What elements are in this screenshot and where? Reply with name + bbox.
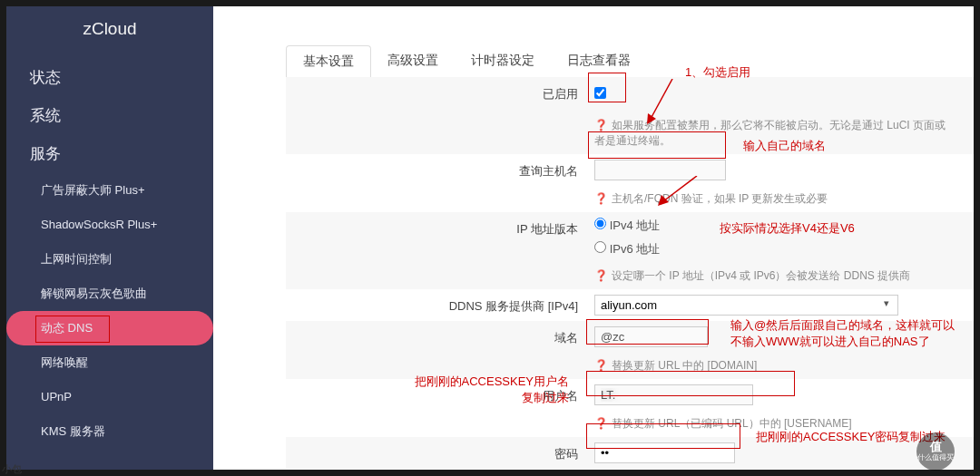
label-username: 用户名 [286, 384, 594, 404]
sidebar-item-timecontrol[interactable]: 上网时间控制 [6, 242, 213, 277]
help-icon: ❓ [594, 192, 608, 205]
radio-ipv6-label: IPv6 地址 [610, 242, 661, 256]
tab-basic[interactable]: 基本设置 [286, 45, 371, 78]
sidebar-item-ddns[interactable]: 动态 DNS [6, 311, 213, 345]
input-username[interactable] [594, 384, 753, 405]
label-provider: DDNS 服务提供商 [IPv4] [286, 295, 594, 315]
select-provider[interactable]: aliyun.com [594, 295, 898, 316]
label-password: 密码 [286, 442, 594, 462]
help-icon: ❓ [594, 269, 608, 282]
checkbox-enabled[interactable] [594, 87, 606, 99]
help-icon: ❓ [594, 417, 608, 430]
hint-enabled: 如果服务配置被禁用，那么它将不能被启动。无论是通过 LuCI 页面或者是通过终端… [594, 119, 946, 147]
tabs: 基本设置 高级设置 计时器设定 日志查看器 [286, 44, 965, 78]
hint-domain: 替换更新 URL 中的 [DOMAIN] [612, 359, 757, 372]
form: 已启用 ❓如果服务配置被禁用，那么它将不能被启动。无论是通过 LuCI 页面或者… [286, 77, 974, 470]
sidebar-cat-services[interactable]: 服务 [6, 135, 213, 173]
sidebar-item-kms[interactable]: KMS 服务器 [6, 414, 213, 449]
input-domain[interactable] [594, 326, 708, 347]
radio-ipv4[interactable] [594, 218, 606, 229]
sidebar-item-adblock[interactable]: 广告屏蔽大师 Plus+ [6, 173, 213, 208]
label-enabled: 已启用 [286, 83, 594, 102]
hint-ipver: 设定哪一个 IP 地址（IPv4 或 IPv6）会被发送给 DDNS 提供商 [612, 269, 910, 282]
sidebar-item-unblockmusic[interactable]: 解锁网易云灰色歌曲 [6, 277, 213, 311]
tab-timer[interactable]: 计时器设定 [455, 45, 551, 76]
radio-ipv4-label: IPv4 地址 [610, 219, 661, 232]
sidebar-item-upnp[interactable]: UPnP [6, 380, 213, 414]
tab-log[interactable]: 日志查看器 [551, 45, 647, 76]
sidebar-item-ssr[interactable]: ShadowSocksR Plus+ [6, 208, 213, 242]
label-lookup: 查询主机名 [286, 160, 594, 180]
radio-ipv6[interactable] [594, 241, 606, 253]
footnote: 小包 [2, 462, 22, 476]
input-password[interactable] [594, 442, 735, 463]
sidebar-cat-status[interactable]: 状态 [6, 59, 213, 97]
hint-username: 替换更新 URL（已编码 URL）中的 [USERNAME] [612, 417, 852, 430]
sidebar-item-wol[interactable]: 网络唤醒 [6, 345, 213, 380]
label-domain: 域名 [286, 326, 594, 346]
watermark-badge: 值 什么值得买 [916, 432, 955, 471]
sidebar: zCloud 状态 系统 服务 广告屏蔽大师 Plus+ ShadowSocks… [6, 6, 213, 470]
hint-lookup: 主机名/FQDN 验证，如果 IP 更新发生或必要 [612, 192, 828, 205]
tab-advanced[interactable]: 高级设置 [371, 45, 455, 76]
help-icon: ❓ [594, 359, 608, 372]
help-icon: ❓ [594, 119, 608, 131]
input-lookup-host[interactable] [594, 160, 726, 180]
brand-title: zCloud [6, 6, 213, 59]
label-ipver: IP 地址版本 [286, 218, 594, 238]
content-area: 基本设置 高级设置 计时器设定 日志查看器 已启用 ❓如果服务配置被禁用，那么它… [213, 6, 974, 470]
sidebar-cat-system[interactable]: 系统 [6, 97, 213, 135]
